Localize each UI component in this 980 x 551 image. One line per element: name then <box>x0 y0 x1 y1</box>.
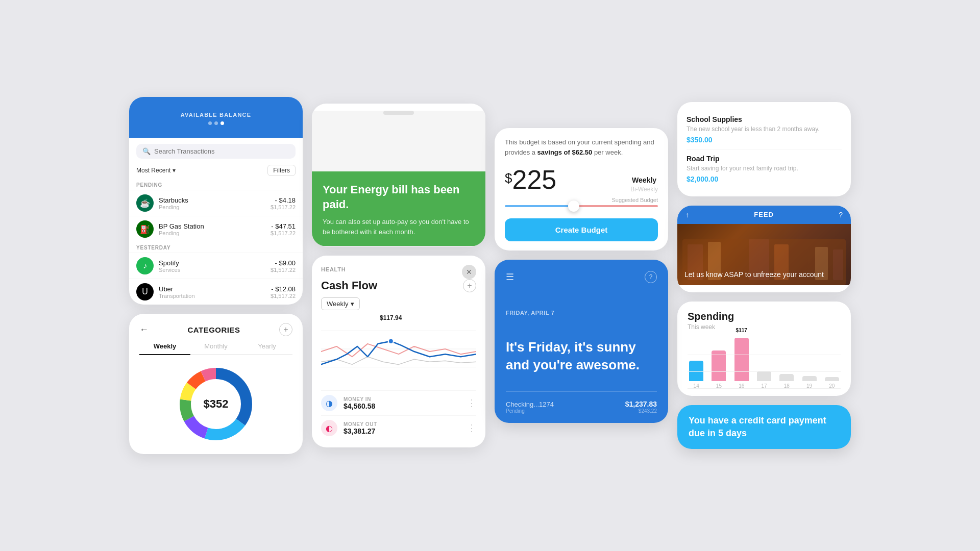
bar-day-18: 18 <box>784 383 790 389</box>
bar-day-17: 17 <box>761 383 767 389</box>
search-input[interactable] <box>154 147 289 155</box>
bar-day-19: 19 <box>806 383 812 389</box>
bar-day-16: 16 <box>739 383 744 389</box>
friday-date: FRIDAY, APRIL 7 <box>506 310 657 316</box>
credit-text: You have a credit card payment due in 5 … <box>689 414 840 440</box>
column-4: School Supplies The new school year is l… <box>677 102 851 449</box>
cashflow-add-button[interactable]: + <box>463 279 476 292</box>
categories-header: ← CATEGORIES + <box>139 323 292 336</box>
period-tabs: Weekly Monthly Yearly <box>139 342 292 355</box>
tab-yearly[interactable]: Yearly <box>241 342 292 354</box>
dot-3 <box>220 121 224 125</box>
tx-bp-bal: $1,517.22 <box>271 230 296 236</box>
account-balance: $243.22 <box>625 408 657 414</box>
transaction-item[interactable]: U Uber Transportation - $12.08 $1,517.22 <box>129 279 303 305</box>
suggested-budget-label: Suggested Budget <box>505 197 658 203</box>
spotify-logo: ♪ <box>136 257 154 274</box>
tab-monthly[interactable]: Monthly <box>190 342 241 354</box>
search-bar[interactable]: 🔍 <box>136 144 296 159</box>
bar-col-19: 19 <box>800 366 818 389</box>
tx-spotify-bal: $1,517.22 <box>271 267 296 273</box>
more-options-icon-2[interactable]: ⋮ <box>467 422 476 434</box>
donut-chart: $352 <box>139 363 292 445</box>
tx-uber-amount: - $12.08 $1,517.22 <box>271 285 296 299</box>
dot-1 <box>208 121 212 125</box>
transaction-item[interactable]: ☕ Starbucks Pending - $4.18 $1,517.22 <box>129 190 303 216</box>
budget-card: This budget is based on your current spe… <box>495 128 668 251</box>
column-3: This budget is based on your current spe… <box>495 128 668 423</box>
spending-card: Spending This week 14 15 $117 <box>677 302 851 396</box>
hamburger-menu-icon[interactable]: ☰ <box>506 271 514 283</box>
back-button[interactable]: ← <box>139 324 149 335</box>
road-trip-title: Road Trip <box>687 155 842 163</box>
bar-14 <box>689 361 703 381</box>
frequency-toggle[interactable]: Weekly Bi-Weekly <box>630 176 658 193</box>
money-out-info: MONEY OUT $3,381.27 <box>344 421 461 435</box>
bar-col-16: $117 16 <box>733 328 750 389</box>
column-2: Your Energy bill has been paid. You can … <box>312 104 485 447</box>
budget-amount: $225 <box>505 166 556 193</box>
friday-top-row: ☰ ? <box>506 271 657 283</box>
tx-bp-amount: - $47.51 $1,517.22 <box>271 222 296 236</box>
feed-header: ↑ FEED ? <box>677 206 851 224</box>
up-arrow-icon[interactable]: ↑ <box>685 211 689 219</box>
energy-content: Your Energy bill has been paid. You can … <box>312 171 485 246</box>
tab-weekly[interactable]: Weekly <box>139 342 190 355</box>
close-button[interactable]: ✕ <box>462 265 476 279</box>
tx-uber-name: Uber <box>159 285 265 293</box>
most-recent-sort[interactable]: Most Recent ▾ <box>136 167 176 174</box>
transaction-item[interactable]: ♪ Spotify Services - $9.00 $1,517.22 <box>129 253 303 279</box>
tx-bp-amt-val: - $47.51 <box>271 222 296 230</box>
energy-image-placeholder <box>312 111 485 172</box>
bar-col-14: 14 <box>688 350 705 389</box>
chevron-down-icon: ▾ <box>173 167 176 174</box>
dot-indicators <box>208 121 224 125</box>
column-1: AVAILABLE BALANCE 🔍 Most Recent ▾ Filter… <box>129 97 303 454</box>
transaction-item[interactable]: ⛽ BP Gas Station Pending - $47.51 $1,517… <box>129 216 303 242</box>
account-amount: $1,237.83 <box>625 400 657 408</box>
add-category-button[interactable]: + <box>279 323 292 336</box>
bar-day-14: 14 <box>694 383 699 389</box>
bar-16 <box>734 338 749 381</box>
tx-starbucks-amount: - $4.18 $1,517.22 <box>271 196 296 210</box>
bar-15 <box>712 350 726 381</box>
cashflow-chart-svg <box>321 313 476 385</box>
sort-label: Most Recent <box>136 167 170 174</box>
cashflow-header: HEALTH ✕ <box>321 265 476 279</box>
tx-starbucks-amt-val: - $4.18 <box>271 196 296 204</box>
create-budget-button[interactable]: Create Budget <box>505 218 658 241</box>
balance-header: AVAILABLE BALANCE <box>129 97 303 138</box>
bar-col-15: 15 <box>710 340 727 389</box>
bar-day-20: 20 <box>829 383 835 389</box>
budget-slider-track <box>505 205 658 207</box>
tx-starbucks-bal: $1,517.22 <box>271 204 296 210</box>
money-in-label: MONEY IN <box>344 396 461 402</box>
school-supplies-amount: $350.00 <box>687 136 842 144</box>
svg-rect-19 <box>833 249 843 280</box>
dropdown-arrow-icon: ▾ <box>351 300 354 308</box>
grid-line <box>688 338 841 338</box>
road-trip-sub: Start saving for your next family road t… <box>687 164 842 173</box>
money-out-icon: ◐ <box>321 420 337 436</box>
transactions-card: AVAILABLE BALANCE 🔍 Most Recent ▾ Filter… <box>129 97 303 305</box>
starbucks-logo: ☕ <box>136 194 154 212</box>
account-name: Checking...1274 <box>506 400 554 408</box>
friday-card: ☰ ? FRIDAY, APRIL 7 It's Friday, it's su… <box>495 260 668 423</box>
donut-total: $352 <box>204 397 229 411</box>
filters-button[interactable]: Filters <box>267 165 296 176</box>
tx-uber-bal: $1,517.22 <box>271 293 296 299</box>
money-in-icon: ◑ <box>321 395 337 411</box>
cashflow-chart: $117.94 <box>321 313 476 387</box>
more-options-icon[interactable]: ⋮ <box>467 397 476 409</box>
help-icon[interactable]: ? <box>645 271 657 283</box>
tx-starbucks-sub: Pending <box>159 204 265 210</box>
savings-highlight: savings of $62.50 <box>537 148 593 156</box>
question-mark-icon[interactable]: ? <box>839 211 843 219</box>
health-label: HEALTH <box>321 266 346 272</box>
cashflow-title: Cash Flow <box>321 279 377 292</box>
bar-col-17: 17 <box>755 361 773 389</box>
bar-day-15: 15 <box>716 383 722 389</box>
budget-slider-thumb[interactable] <box>568 201 579 212</box>
spending-bar-chart: 14 15 $117 16 17 18 <box>688 338 841 389</box>
weekly-dropdown[interactable]: Weekly ▾ <box>321 297 360 310</box>
